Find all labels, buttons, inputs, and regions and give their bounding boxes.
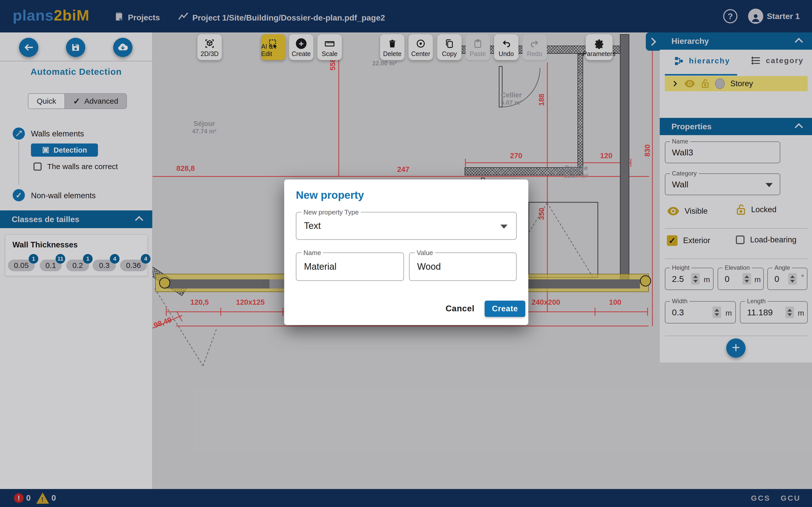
property-type-select[interactable]: New property Type Text: [296, 212, 517, 240]
property-name-input[interactable]: Name Material: [296, 252, 404, 281]
new-property-dialog: New property New property Type Text Name…: [284, 179, 528, 325]
dialog-title: New property: [296, 189, 364, 201]
dropdown-caret-icon: [500, 225, 507, 229]
cancel-button[interactable]: Cancel: [446, 301, 474, 316]
app-root: Séjour 47.74 m² 22.00 m² Cellier 5.07 m²…: [0, 0, 812, 507]
property-value-input[interactable]: Value Wood: [409, 252, 517, 281]
create-button[interactable]: Create: [485, 301, 525, 317]
